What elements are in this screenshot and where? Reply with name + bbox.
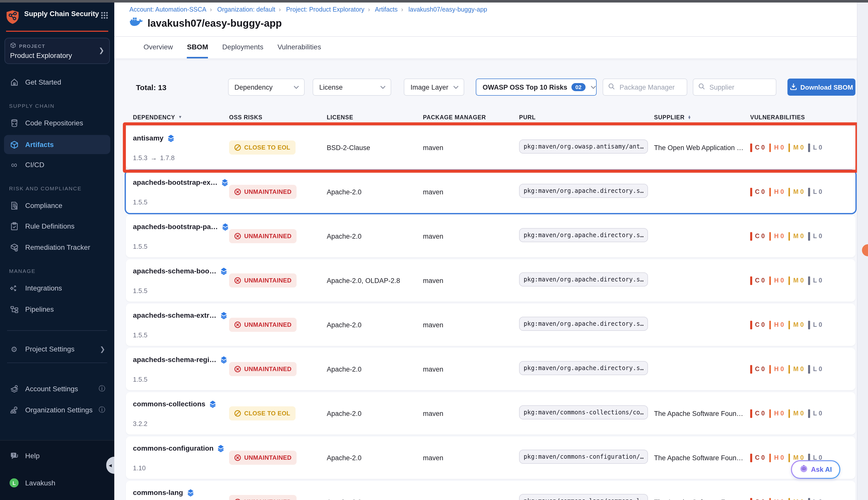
supplier-input[interactable] bbox=[708, 83, 771, 91]
vuln-m-count: M0 bbox=[788, 409, 804, 418]
filter-dependency[interactable]: Dependency bbox=[228, 79, 305, 96]
vuln-m-count: M0 bbox=[788, 232, 804, 240]
purl-chip[interactable]: pkg:maven/commons-collections/co… bbox=[519, 405, 648, 419]
sidebar-item-label: Organization Settings bbox=[25, 406, 93, 414]
package-manager-cell: maven bbox=[423, 454, 519, 462]
svg-text:?: ? bbox=[12, 453, 14, 457]
purl-chip[interactable]: pkg:maven/org.apache.directory.s… bbox=[519, 361, 648, 375]
purl-chip[interactable]: pkg:maven/commons-lang/commons-l… bbox=[519, 494, 648, 500]
purl-chip[interactable]: pkg:maven/org.apache.directory.s… bbox=[519, 184, 648, 198]
code-repository-icon bbox=[9, 118, 19, 127]
sidebar-item-organization-settings[interactable]: Organization Settings ⓘ bbox=[4, 401, 110, 419]
breadcrumb-artifacts[interactable]: Artifacts bbox=[375, 6, 398, 13]
supplier-cell: The Apache Software Foun… bbox=[654, 498, 750, 500]
package-manager-cell: maven bbox=[423, 365, 519, 373]
sidebar-item-code-repositories[interactable]: Code Repositories bbox=[4, 114, 110, 132]
vuln-l-count: L0 bbox=[808, 320, 822, 329]
table-row[interactable]: apacheds-schema-regi… 1.5.5 bbox=[126, 348, 855, 390]
purl-chip[interactable]: pkg:maven/commons-configuration/… bbox=[519, 450, 648, 464]
vuln-c-count: C0 bbox=[750, 409, 765, 418]
vuln-c-count: C0 bbox=[750, 365, 765, 373]
purl-chip[interactable]: pkg:maven/org.apache.directory.s… bbox=[519, 317, 648, 331]
column-supplier[interactable]: SUPPLIER▲▼ bbox=[654, 114, 750, 120]
page-title: lavakush07/easy-buggy-app bbox=[148, 18, 282, 29]
sidebar-item-label: Account Settings bbox=[25, 385, 78, 393]
sidebar-item-user[interactable]: L Lavakush bbox=[4, 474, 110, 492]
breadcrumb-artifact-name[interactable]: lavakush07/easy-buggy-app bbox=[409, 6, 487, 13]
tab-vulnerabilities[interactable]: Vulnerabilities bbox=[277, 43, 321, 58]
tab-deployments[interactable]: Deployments bbox=[222, 43, 263, 58]
table-row[interactable]: apacheds-bootstrap-ex… 1.5.5 bbox=[126, 171, 855, 213]
info-icon[interactable]: ⓘ bbox=[99, 405, 105, 414]
column-package-manager: PACKAGE MANAGER bbox=[423, 114, 519, 120]
sidebar-item-artifacts[interactable]: Artifacts bbox=[4, 135, 110, 154]
license-cell: BSD-2-Clause bbox=[327, 144, 423, 151]
layers-icon bbox=[221, 179, 229, 186]
filter-license[interactable]: License bbox=[313, 79, 391, 96]
project-label: PROJECT bbox=[19, 43, 45, 48]
app-switcher-icon[interactable] bbox=[101, 12, 108, 21]
package-manager-input[interactable] bbox=[618, 83, 681, 91]
vulnerability-counts: C0H0M0L0 bbox=[750, 498, 855, 500]
tab-sbom[interactable]: SBOM bbox=[187, 43, 208, 58]
vulnerability-counts: C0H0M0L0 bbox=[750, 276, 855, 285]
license-cell: Apache-2.0 bbox=[327, 188, 423, 196]
sidebar-item-cicd[interactable]: ∞ CI/CD bbox=[4, 156, 110, 174]
oss-risk-cell: UNMAINTAINED bbox=[229, 451, 327, 465]
vuln-h-count: H0 bbox=[769, 143, 784, 152]
breadcrumb-organization[interactable]: Organization: default bbox=[217, 6, 275, 13]
package-manager-cell: maven bbox=[423, 277, 519, 284]
ask-ai-label: Ask AI bbox=[811, 466, 832, 473]
sidebar-item-label: Code Repositories bbox=[25, 119, 83, 127]
sidebar-item-account-settings[interactable]: Account Settings ⓘ bbox=[4, 380, 110, 398]
project-selector[interactable]: PROJECT Product Exploratory ❯ bbox=[4, 38, 110, 64]
purl-chip[interactable]: pkg:maven/org.apache.directory.s… bbox=[519, 228, 648, 242]
table-row[interactable]: apacheds-schema-boo… 1.5.5 bbox=[126, 259, 855, 302]
filter-owasp-risks[interactable]: OWASP OSS Top 10 Risks 02 bbox=[476, 79, 597, 96]
vuln-c-count: C0 bbox=[750, 232, 765, 240]
package-manager-cell: maven bbox=[423, 410, 519, 417]
dependency-name: commons-configuration bbox=[133, 444, 214, 452]
sidebar-item-label: Integrations bbox=[25, 284, 62, 292]
table-row[interactable]: apacheds-schema-extr… 1.5.5 bbox=[126, 304, 855, 346]
filter-label: OWASP OSS Top 10 Risks bbox=[483, 83, 568, 91]
oss-risk-cell: CLOSE TO EOL bbox=[229, 140, 327, 155]
table-row[interactable]: commons-lang 2.6 UNMAINTA bbox=[126, 481, 855, 500]
ask-ai-button[interactable]: Ask AI bbox=[791, 460, 840, 479]
download-sbom-button[interactable]: Download SBOM bbox=[787, 79, 855, 96]
vulnerability-counts: C0H0M0L0 bbox=[750, 320, 855, 329]
dependency-version: 1.5.5 bbox=[133, 243, 229, 250]
info-icon[interactable]: ⓘ bbox=[99, 384, 105, 393]
app-root: Supply Chain Security P bbox=[0, 0, 868, 500]
sidebar-item-rule-definitions[interactable]: Rule Definitions bbox=[4, 217, 110, 235]
table-row[interactable]: commons-configuration 1.10 bbox=[126, 436, 855, 479]
column-dependency[interactable]: DEPENDENCY▼ bbox=[133, 114, 229, 120]
tab-overview[interactable]: Overview bbox=[144, 43, 173, 58]
sidebar-item-project-settings[interactable]: ⚙ Project Settings ❯ bbox=[4, 340, 110, 358]
table-row[interactable]: apacheds-bootstrap-pa… 1.5.5 bbox=[126, 215, 855, 257]
filter-label: Dependency bbox=[235, 83, 273, 91]
filter-image-layer[interactable]: Image Layer bbox=[404, 79, 465, 96]
sidebar-item-pipelines[interactable]: Pipelines bbox=[4, 300, 110, 318]
column-oss-risks: OSS RISKS bbox=[229, 114, 327, 120]
chevron-right-icon: ❯ bbox=[100, 345, 105, 353]
purl-chip[interactable]: pkg:maven/org.apache.directory.s… bbox=[519, 272, 648, 286]
sidebar-item-label: CI/CD bbox=[25, 161, 44, 169]
docker-icon bbox=[129, 17, 143, 30]
dependency-version: 1.5.5 bbox=[133, 198, 229, 206]
sidebar-divider bbox=[7, 330, 107, 331]
main-area: Account: Automation-SSCA› Organization: … bbox=[114, 0, 868, 500]
table-row[interactable]: commons-collections 3.2.2 bbox=[126, 392, 855, 434]
breadcrumb-account[interactable]: Account: Automation-SSCA bbox=[129, 6, 206, 13]
sidebar-item-label: Compliance bbox=[25, 202, 62, 209]
vuln-l-count: L0 bbox=[808, 498, 822, 500]
purl-chip[interactable]: pkg:maven/org.owasp.antisamy/ant… bbox=[519, 139, 648, 154]
breadcrumb-project[interactable]: Project: Product Exploratory bbox=[286, 6, 364, 13]
sidebar-item-remediation-tracker[interactable]: Remediation Tracker bbox=[4, 238, 110, 256]
filter-label: Image Layer bbox=[411, 83, 448, 91]
sidebar-item-integrations[interactable]: Integrations bbox=[4, 279, 110, 297]
sidebar-item-compliance[interactable]: Compliance bbox=[4, 196, 110, 215]
sidebar-item-get-started[interactable]: Get Started bbox=[4, 73, 110, 91]
table-row[interactable]: antisamy 1.5.3→1.7.8 CLOS bbox=[126, 126, 855, 169]
sidebar-item-help[interactable]: ? Help bbox=[4, 447, 110, 465]
